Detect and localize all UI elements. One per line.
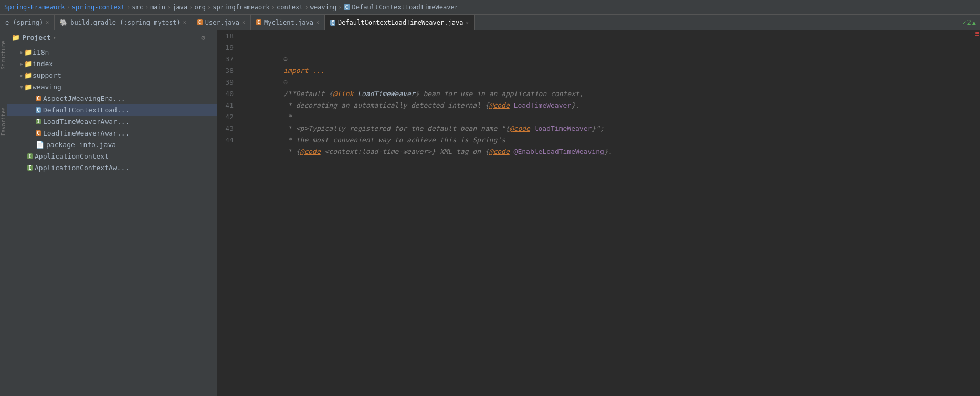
tab-build-gradle[interactable]: 🐘 build.gradle (:spring-mytest) × [55,15,192,30]
code-lines[interactable]: ⊖ import ... ⊖ /** * Default {@link Load… [238,30,974,396]
code-line-18 [243,30,970,42]
tree-item-label: ApplicationContext [35,152,109,160]
breadcrumb-part[interactable]: java [172,4,187,11]
breadcrumb-sep: › [338,4,342,11]
class-i-icon: I [27,165,33,171]
breadcrumb-bar: Spring-Framework › spring-context › src … [0,0,980,15]
tree-item-label: index [33,60,53,68]
breadcrumb-part[interactable]: main [150,4,165,11]
tree-item-applicationcontext[interactable]: I ApplicationContext [7,150,217,162]
tree-item-label: LoadTimeWeaverAwar... [43,129,129,137]
tree-item-defaultcontextload[interactable]: C DefaultContextLoad... [7,104,217,116]
class-i-icon: I [36,119,41,124]
structure-icon[interactable]: Structure [1,41,6,69]
folder-icon: 📁 [24,83,33,91]
error-marker [975,35,979,36]
class-c-icon: C [197,19,203,25]
tree-item-index[interactable]: ▶ 📁 index [7,58,217,69]
tree-item-label: i18n [33,48,49,56]
close-icon[interactable]: × [183,19,186,25]
tree-item-weaving[interactable]: ▼ 📁 weaving [7,81,217,92]
favorites-icon[interactable]: Favorites [1,107,6,136]
tree-item-i18n[interactable]: ▶ 📁 i18n [7,46,217,58]
breadcrumb-sep: › [145,4,149,11]
folder-icon: 📁 [24,48,33,56]
error-count: 2 [967,19,971,26]
tree-item-loadtimeweaveraware2[interactable]: C LoadTimeWeaverAwar... [7,127,217,139]
class-c-icon: C [256,19,261,25]
code-line-42: * <p>Typically registered for the defaul… [243,111,970,123]
breadcrumb-part[interactable]: springframework [213,4,269,11]
folder-icon: 📁 [24,71,33,79]
chevron-up-icon[interactable]: ▲ [972,19,976,26]
tab-defaultcontextloadtimeweaver[interactable]: C DefaultContextLoadTimeWeaver.java × [325,15,475,30]
breadcrumb-part[interactable]: spring-context [72,4,125,11]
tree-item-label: AspectJWeavingEna... [43,95,125,102]
breadcrumb-part[interactable]: org [194,4,206,11]
tab-spring[interactable]: e (spring) × [0,15,55,30]
main-layout: Structure Favorites 📁 Project ▾ ⚙ — ▶ 📁 … [0,30,980,396]
breadcrumb-part[interactable]: Spring-Framework [4,4,65,11]
code-line-37 [243,54,970,65]
breadcrumb-sep: › [167,4,171,11]
project-tree: ▶ 📁 i18n ▶ 📁 index ▶ 📁 support ▼ [7,45,217,396]
breadcrumb-sep: › [207,4,211,11]
chevron-down-icon: ▾ [53,35,56,40]
collapse-icon[interactable]: — [208,34,213,41]
breadcrumb-sep: › [189,4,193,11]
tab-myclient-java[interactable]: C Myclient.java × [251,15,325,30]
close-icon[interactable]: × [46,19,49,25]
breadcrumb-part[interactable]: src [132,4,143,11]
class-i-icon: I [27,153,33,159]
tab-label: Myclient.java [264,19,313,26]
error-marker [975,32,979,34]
gradle-icon: 🐘 [60,19,68,26]
project-title-btn[interactable]: 📁 Project ▾ [12,34,56,41]
tree-item-label: DefaultContextLoad... [43,106,129,114]
tree-item-label: package-info.java [46,141,116,149]
tree-item-aspectjweavingena[interactable]: C AspectJWeavingEna... [7,92,217,104]
breadcrumb-sep: › [271,4,275,11]
tree-item-support[interactable]: ▶ 📁 support [7,69,217,81]
close-icon[interactable]: × [316,19,319,25]
folder-icon: 📁 [12,34,20,41]
class-c-icon: C [36,96,41,101]
tabs-bar: e (spring) × 🐘 build.gradle (:spring-myt… [0,15,980,30]
settings-icon[interactable]: ⚙ [201,34,205,41]
tree-item-label: ApplicationContextAw... [35,164,129,172]
tree-item-package-info[interactable]: 📄 package-info.java [7,139,217,150]
tab-user-java[interactable]: C User.java × [192,15,251,30]
code-content: 18 19 37 38 39 40 41 42 43 44 ⊖ import .… [217,30,980,396]
project-panel-header: 📁 Project ▾ ⚙ — [7,30,217,45]
tab-label: DefaultContextLoadTimeWeaver.java [338,19,463,26]
class-c-icon: C [36,107,41,113]
close-icon[interactable]: × [466,20,469,26]
breadcrumb-icon-c: C [344,4,350,10]
close-icon[interactable]: × [242,19,245,25]
checkmark-icon: ✓ [962,19,966,26]
breadcrumb-sep: › [305,4,309,11]
tree-item-label: LoadTimeWeaverAwar... [43,118,129,126]
fold-indicator[interactable]: ⊖ [283,55,288,63]
breadcrumb-current: DefaultContextLoadTimeWeaver [352,4,458,11]
breadcrumb-part[interactable]: context [277,4,303,11]
breadcrumb-sep: › [127,4,130,11]
file-icon: 📄 [36,141,44,149]
fold-indicator[interactable]: ⊖ [283,78,288,86]
project-panel: 📁 Project ▾ ⚙ — ▶ 📁 i18n ▶ 📁 inde [7,30,217,396]
code-line-39: * Default {@link LoadTimeWeaver} bean fo… [243,77,970,88]
tree-item-applicationcontextaw[interactable]: I ApplicationContextAw... [7,162,217,173]
arrow-right-icon: ▶ [20,72,23,78]
tree-item-loadtimeweaveraware1[interactable]: I LoadTimeWeaverAwar... [7,116,217,127]
breadcrumb-sep: › [67,4,70,11]
tab-label: e (spring) [5,19,43,26]
tree-item-label: support [33,71,61,79]
class-c-icon: C [330,20,335,26]
project-header-actions: ⚙ — [201,34,213,41]
arrow-down-icon: ▼ [20,84,23,90]
code-editor: 18 19 37 38 39 40 41 42 43 44 ⊖ import .… [217,30,980,396]
breadcrumb-part-weaving[interactable]: weaving [310,4,337,11]
arrow-right-icon: ▶ [20,61,23,67]
tab-label: build.gradle (:spring-mytest) [70,19,181,26]
project-title: Project [22,34,51,41]
